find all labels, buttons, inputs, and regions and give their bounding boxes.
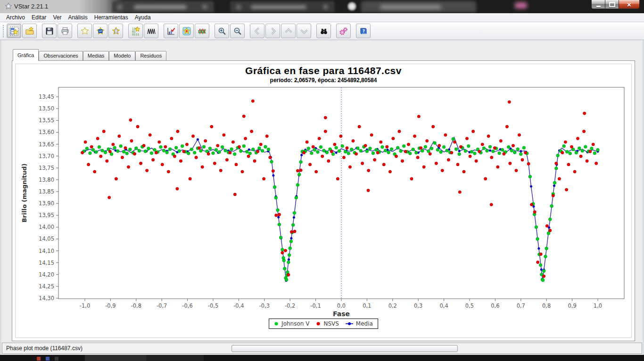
svg-text:13,55: 13,55	[39, 117, 54, 124]
chart-title: Gráfica en fase para 116487.csv	[12, 65, 635, 76]
zoom-out-button[interactable]	[230, 24, 245, 38]
svg-text:-0,6: -0,6	[182, 302, 192, 309]
menu-item-ayuda[interactable]: Ayuda	[132, 13, 154, 22]
svg-text:-0,3: -0,3	[259, 302, 270, 309]
svg-text:14,20: 14,20	[39, 271, 54, 278]
svg-text:14,10: 14,10	[39, 248, 54, 254]
legend-dot-marker	[274, 321, 279, 326]
zoom-out-icon	[233, 26, 242, 36]
star-doc-icon	[111, 26, 121, 36]
preferences-button[interactable]	[336, 24, 351, 38]
minimize-button[interactable]	[591, 0, 605, 9]
svg-text:13,90: 13,90	[39, 200, 54, 207]
filter-button[interactable]	[316, 24, 331, 38]
help-button[interactable]: ?	[356, 24, 371, 38]
maximize-button[interactable]	[605, 0, 619, 9]
phase-plot-button[interactable]	[195, 24, 209, 38]
new-star-list-icon	[9, 26, 19, 36]
tab-medias[interactable]: Medias	[83, 51, 109, 60]
plot-observations-button[interactable]	[144, 24, 158, 38]
svg-text:13,70: 13,70	[39, 153, 54, 160]
tab-modelo[interactable]: Modelo	[109, 51, 135, 60]
pan-up-icon	[284, 26, 293, 36]
svg-text:-0,2: -0,2	[285, 302, 295, 309]
pan-right-button[interactable]	[265, 24, 280, 38]
svg-text:13,85: 13,85	[39, 188, 54, 195]
save-button[interactable]	[42, 24, 57, 38]
background-browser-tab	[112, 1, 214, 12]
phase-plot[interactable]: 13,4513,5013,5513,6013,6513,7013,7513,80…	[12, 61, 636, 342]
svg-text:0,5: 0,5	[465, 302, 474, 309]
pan-down-button[interactable]	[297, 24, 311, 38]
svg-text:0,0: 0,0	[337, 302, 346, 309]
taskbar-icon	[55, 357, 58, 361]
print-icon	[60, 26, 70, 36]
close-button[interactable]: ×	[619, 0, 640, 9]
plot-means-button[interactable]	[179, 24, 194, 38]
pan-up-button[interactable]	[281, 24, 296, 38]
menu-item-editar[interactable]: Editar	[28, 13, 50, 22]
title-bar: VStar 2.21.1 ×	[0, 0, 644, 13]
menu-item-archivo[interactable]: Archivo	[3, 13, 28, 22]
legend-item-johnson-v: Johnson V	[274, 320, 309, 327]
chart-subtitle: período: 2,06579, época: 2454892,80584	[12, 77, 635, 84]
taskbar-item	[146, 355, 204, 361]
phase-plot-svg: 13,4513,5013,5513,6013,6513,7013,7513,80…	[12, 61, 636, 342]
svg-text:-0,8: -0,8	[131, 302, 141, 309]
pan-left-icon	[253, 26, 262, 36]
svg-text:13,65: 13,65	[39, 141, 54, 148]
svg-text:0,4: 0,4	[439, 302, 448, 309]
svg-text:13,80: 13,80	[39, 176, 54, 183]
pan-down-icon	[299, 26, 309, 36]
pan-right-icon	[268, 26, 278, 36]
star-details-button[interactable]	[108, 24, 123, 38]
svg-text:-0,9: -0,9	[105, 302, 116, 309]
print-button[interactable]	[58, 24, 72, 38]
background-browser-tab	[361, 1, 476, 12]
open-file-icon	[25, 26, 34, 36]
new-star-list-button[interactable]	[7, 24, 21, 38]
menu-item-herramientas[interactable]: Herramientas	[91, 13, 132, 22]
open-file-button[interactable]	[22, 24, 37, 38]
observation-list-button[interactable]: 115810111	[128, 24, 143, 38]
svg-text:13,45: 13,45	[39, 93, 54, 100]
star-image-button[interactable]	[93, 24, 107, 38]
analysis-chart-icon	[166, 26, 176, 36]
star-image-icon	[96, 26, 105, 36]
tab-residuos[interactable]: Residuos	[135, 51, 166, 60]
chart-legend: Johnson VNSVSMedia	[269, 319, 378, 329]
legend-dot-marker	[316, 321, 321, 326]
chart-panel: 13,4513,5013,5513,6013,6513,7013,7513,80…	[12, 60, 635, 341]
svg-text:0,6: 0,6	[491, 302, 499, 309]
svg-text:0,2: 0,2	[388, 302, 397, 309]
content-area: GráficaObservacionesMediasModeloResiduos…	[0, 40, 644, 355]
tab-observaciones[interactable]: Observaciones	[39, 51, 83, 60]
background-browser-icon	[347, 2, 356, 11]
filter-icon	[319, 26, 329, 36]
status-bar: Phase plot mode (116487.csv)	[2, 343, 642, 354]
svg-text:-0,5: -0,5	[208, 302, 218, 309]
tab-grafica[interactable]: Gráfica	[13, 49, 39, 61]
star-info-button[interactable]	[77, 24, 92, 38]
obs-list-icon: 115810111	[131, 26, 140, 36]
svg-text:-0,4: -0,4	[233, 302, 244, 309]
menu-item-ver[interactable]: Ver	[50, 13, 65, 22]
close-icon: ×	[627, 1, 631, 8]
svg-text:14,25: 14,25	[39, 283, 54, 290]
toolbar-drag-handle[interactable]	[3, 25, 5, 37]
legend-label: Johnson V	[281, 320, 309, 327]
zoom-in-icon	[217, 26, 227, 36]
pan-left-button[interactable]	[250, 24, 264, 38]
svg-text:14,30: 14,30	[39, 295, 54, 302]
analysis-button[interactable]	[164, 24, 178, 38]
y-axis-title: Brillo (magnitud)	[21, 163, 28, 222]
menu-item-analisis[interactable]: Análisis	[65, 13, 91, 22]
svg-text:-0,1: -0,1	[310, 302, 321, 309]
taskbar-icon	[37, 357, 41, 361]
svg-text:14,00: 14,00	[39, 224, 54, 230]
save-icon	[45, 26, 54, 36]
prefs-icon	[339, 26, 348, 36]
svg-text:13,95: 13,95	[39, 212, 54, 218]
zoom-in-button[interactable]	[215, 24, 229, 38]
tab-strip: GráficaObservacionesMediasModeloResiduos	[13, 50, 166, 60]
